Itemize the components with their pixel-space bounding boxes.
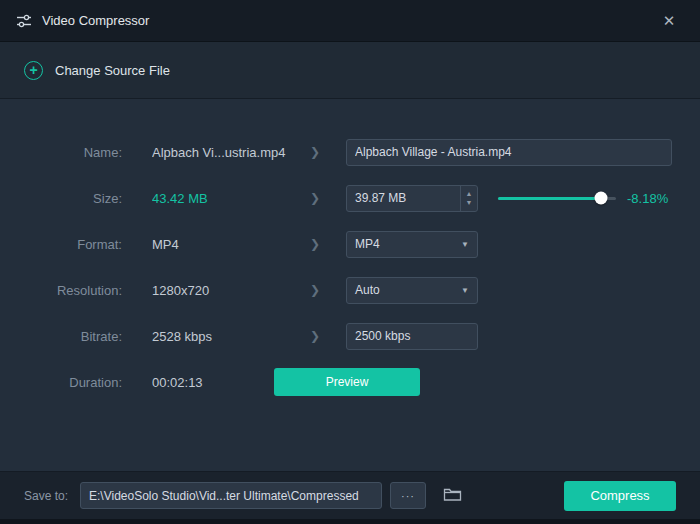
bitrate-label: Bitrate: (0, 329, 122, 344)
dropdown-arrow-icon: ▼ (461, 286, 469, 295)
open-folder-icon (443, 486, 463, 505)
format-dropdown[interactable]: MP4 ▼ (346, 231, 478, 258)
size-spinner-buttons: ▲ ▼ (460, 186, 477, 211)
save-to-label: Save to: (24, 489, 68, 503)
bitrate-input[interactable] (346, 323, 478, 350)
size-percent-value: -8.18% (627, 191, 668, 206)
name-input[interactable] (346, 139, 672, 166)
format-label: Format: (0, 237, 122, 252)
resolution-row: Resolution: 1280x720 ❯ Auto ▼ (0, 267, 700, 313)
size-spinner-field: ▲ ▼ (346, 185, 478, 212)
video-compressor-window: Video Compressor ✕ + Change Source File … (0, 0, 700, 524)
bitrate-original-value: 2528 kbps (152, 329, 310, 344)
bitrate-row: Bitrate: 2528 kbps ❯ (0, 313, 700, 359)
settings-panel: Name: Alpbach Vi...ustria.mp4 ❯ Size: 43… (0, 99, 700, 471)
duration-row: Duration: 00:02:13 Preview (0, 359, 700, 405)
size-slider[interactable] (498, 197, 616, 200)
compressor-icon (16, 13, 32, 29)
name-row: Name: Alpbach Vi...ustria.mp4 ❯ (0, 129, 700, 175)
source-bar[interactable]: + Change Source File (0, 42, 700, 99)
spinner-down-icon[interactable]: ▼ (466, 198, 473, 207)
spinner-up-icon[interactable]: ▲ (466, 189, 473, 198)
size-row: Size: 43.42 MB ❯ ▲ ▼ -8.18% (0, 175, 700, 221)
format-dropdown-value: MP4 (355, 237, 380, 251)
format-original-value: MP4 (152, 237, 310, 252)
resolution-dropdown[interactable]: Auto ▼ (346, 277, 478, 304)
browse-button[interactable]: ··· (390, 482, 426, 509)
size-slider-handle[interactable] (594, 192, 607, 205)
duration-label: Duration: (0, 375, 122, 390)
name-label: Name: (0, 145, 122, 160)
chevron-right-icon: ❯ (310, 283, 346, 297)
preview-button[interactable]: Preview (274, 368, 420, 396)
window-title: Video Compressor (42, 13, 149, 28)
compress-button[interactable]: Compress (564, 481, 676, 511)
size-slider-fill (498, 197, 601, 200)
dropdown-arrow-icon: ▼ (461, 240, 469, 249)
bottom-strip (0, 519, 700, 524)
format-row: Format: MP4 ❯ MP4 ▼ (0, 221, 700, 267)
resolution-original-value: 1280x720 (152, 283, 310, 298)
size-label: Size: (0, 191, 122, 206)
chevron-right-icon: ❯ (310, 191, 346, 205)
save-path-input[interactable] (80, 482, 382, 509)
titlebar: Video Compressor ✕ (0, 0, 700, 42)
close-icon[interactable]: ✕ (654, 6, 684, 36)
resolution-dropdown-value: Auto (355, 283, 380, 297)
chevron-right-icon: ❯ (310, 329, 346, 343)
change-source-file-label: Change Source File (55, 63, 170, 78)
add-plus-icon: + (24, 61, 43, 80)
footer-bar: Save to: ··· Compress (0, 471, 700, 519)
size-input[interactable] (346, 185, 478, 212)
chevron-right-icon: ❯ (310, 145, 346, 159)
open-folder-button[interactable] (438, 482, 468, 509)
chevron-right-icon: ❯ (310, 237, 346, 251)
resolution-label: Resolution: (0, 283, 122, 298)
size-original-value: 43.42 MB (152, 191, 310, 206)
name-original-value: Alpbach Vi...ustria.mp4 (152, 145, 310, 160)
